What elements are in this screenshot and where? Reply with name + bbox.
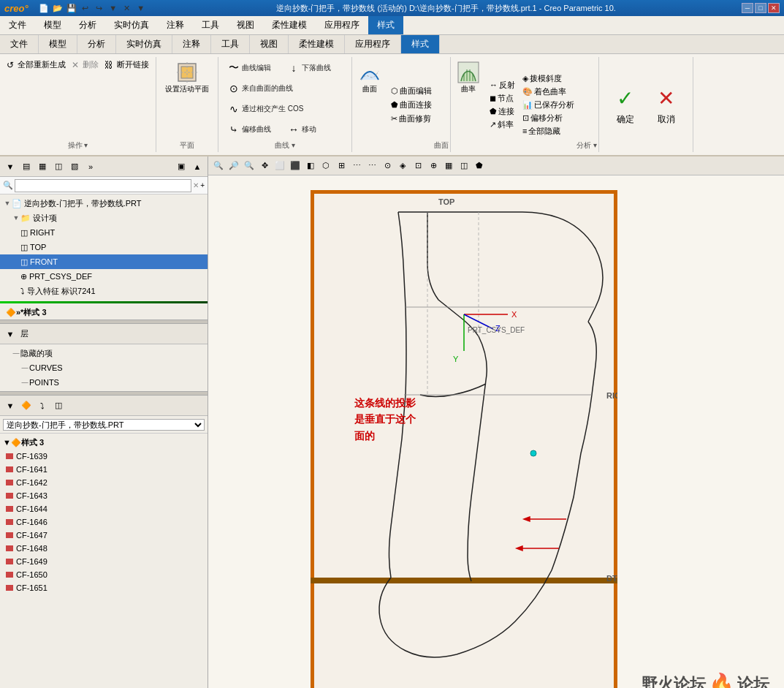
style-dropdown[interactable]: 逆向抄数-门把手，带抄数线.PRT bbox=[3, 419, 205, 431]
vp-settings3[interactable]: ⊡ bbox=[411, 159, 425, 173]
qa-extra[interactable]: ✕ bbox=[121, 1, 134, 15]
ribbon-tab-9[interactable]: 样式 bbox=[401, 35, 440, 53]
slt-collapse[interactable]: ▼ bbox=[3, 398, 18, 413]
qa-menu[interactable]: ▼ bbox=[107, 1, 120, 15]
qa-dropdown[interactable]: ▼ bbox=[134, 1, 148, 15]
tree-item-root[interactable]: ▼ 📄 逆向抄数-门把手，带抄数线.PRT bbox=[0, 196, 208, 211]
tree-item-import[interactable]: ⤵ 导入特征 标识7241 bbox=[0, 284, 208, 298]
ribbon-tab-7[interactable]: 柔性建模 bbox=[289, 35, 345, 53]
vp-zoom-out[interactable]: 🔍 bbox=[242, 159, 256, 173]
style-item-cf1649[interactable]: CF-1649 bbox=[0, 555, 208, 568]
qa-new[interactable]: 📄 bbox=[37, 1, 50, 15]
tb-grid[interactable]: ▣ bbox=[174, 159, 189, 174]
expand-curves-layer[interactable]: — bbox=[20, 363, 29, 372]
btn-curve-edit[interactable]: 〜 曲线编辑 bbox=[223, 58, 281, 78]
vp-settings5[interactable]: ▦ bbox=[441, 159, 456, 173]
ribbon-tab-8[interactable]: 应用程序 bbox=[345, 35, 401, 53]
btn-slope[interactable]: ↗ 斜率 bbox=[487, 118, 517, 131]
ribbon-tab-2[interactable]: 分析 bbox=[77, 35, 116, 53]
qa-save[interactable]: 💾 bbox=[65, 1, 78, 15]
tb-filter[interactable]: ▧ bbox=[67, 159, 82, 174]
menu-item-8[interactable]: 应用程序 bbox=[316, 16, 368, 34]
vp-settings2[interactable]: ◈ bbox=[395, 159, 410, 173]
btn-surface-connect[interactable]: ⬟ 曲面连接 bbox=[389, 99, 434, 111]
btn-unlink[interactable]: ⛓ 断开链接 bbox=[102, 58, 151, 71]
tree-item-right[interactable]: ◫ RIGHT bbox=[0, 225, 208, 240]
btn-surface-trim[interactable]: ✂ 曲面修剪 bbox=[389, 113, 434, 125]
tb-more1[interactable]: » bbox=[83, 159, 98, 174]
tree-style3-header[interactable]: 🔶 »*样式 3 bbox=[0, 305, 208, 320]
layer-item-hidden[interactable]: — 隐藏的项 bbox=[0, 346, 208, 360]
menu-item-9[interactable]: 样式 bbox=[368, 16, 403, 34]
style-item-cf1651[interactable]: CF-1651 bbox=[0, 581, 208, 594]
style-item-cf1639[interactable]: CF-1639 bbox=[0, 450, 208, 463]
search-add-icon[interactable]: + bbox=[200, 181, 205, 189]
style-item-cf1643[interactable]: CF-1643 bbox=[0, 489, 208, 502]
tb-list3[interactable]: ◫ bbox=[51, 159, 66, 174]
btn-drop-curve[interactable]: ↓ 下落曲线 bbox=[283, 58, 341, 78]
menu-item-1[interactable]: 模型 bbox=[35, 16, 70, 34]
menu-item-7[interactable]: 柔性建模 bbox=[263, 16, 316, 34]
btn-hide-all[interactable]: ≡ 全部隐藏 bbox=[520, 125, 576, 137]
vp-wireframe[interactable]: ⬡ bbox=[319, 159, 333, 173]
ribbon-tab-3[interactable]: 实时仿真 bbox=[116, 35, 172, 53]
ribbon-tab-4[interactable]: 注释 bbox=[172, 35, 211, 53]
expand-root[interactable]: ▼ bbox=[3, 199, 12, 208]
btn-draft-angle[interactable]: ◈ 拨模斜度 bbox=[520, 72, 576, 85]
btn-reflect[interactable]: ↔ 反射 bbox=[487, 79, 517, 91]
style-item-cf1647[interactable]: CF-1647 bbox=[0, 529, 208, 542]
btn-offset-curve[interactable]: ⤷ 偏移曲线 bbox=[223, 120, 281, 139]
ribbon-tab-5[interactable]: 工具 bbox=[211, 35, 250, 53]
menu-item-4[interactable]: 注释 bbox=[158, 16, 193, 34]
ribbon-tab-6[interactable]: 视图 bbox=[250, 35, 289, 53]
style-item-cf1648[interactable]: CF-1648 bbox=[0, 542, 208, 555]
tb-list2[interactable]: ▦ bbox=[35, 159, 50, 174]
expand-points[interactable]: — bbox=[20, 378, 29, 387]
btn-regenerate-all[interactable]: ↺ 全部重新生成 bbox=[4, 58, 68, 71]
vp-view1[interactable]: ⬜ bbox=[273, 159, 287, 173]
viewport[interactable]: 🔍 🔎 🔍 ✥ ⬜ ⬛ ◧ ⬡ ⊞ ⋯ ⋯ ⊙ ◈ ⊡ ⊕ ▦ ◫ ⬟ bbox=[208, 156, 784, 688]
vp-view2[interactable]: ⬛ bbox=[288, 159, 302, 173]
style-list-expand[interactable]: ▼ bbox=[3, 438, 11, 447]
style-item-cf1646[interactable]: CF-1646 bbox=[0, 515, 208, 529]
qa-redo[interactable]: ↪ bbox=[93, 1, 106, 15]
vp-settings1[interactable]: ⊙ bbox=[380, 159, 395, 173]
btn-cancel[interactable]: ✕ 取消 bbox=[646, 81, 687, 129]
slt-btn2[interactable]: ⤵ bbox=[35, 398, 50, 413]
search-input[interactable] bbox=[15, 179, 191, 192]
tree-item-csys[interactable]: ⊕ PRT_CSYS_DEF bbox=[0, 269, 208, 284]
close-button[interactable]: ✕ bbox=[768, 3, 780, 13]
menu-item-3[interactable]: 实时仿真 bbox=[105, 16, 158, 34]
vp-pan[interactable]: ✥ bbox=[257, 159, 272, 173]
tb-up[interactable]: ▲ bbox=[190, 159, 205, 174]
btn-delete[interactable]: ✕ 删除 bbox=[69, 58, 101, 71]
vp-orient[interactable]: ⊞ bbox=[334, 159, 349, 173]
btn-set-active-plane[interactable]: 设置活动平面 bbox=[161, 58, 213, 97]
style-item-cf1650[interactable]: CF-1650 bbox=[0, 568, 208, 581]
expand-hidden[interactable]: — bbox=[12, 349, 20, 358]
menu-item-6[interactable]: 视图 bbox=[228, 16, 263, 34]
tb-collapse[interactable]: ▼ bbox=[3, 159, 18, 174]
style-item-cf1644[interactable]: CF-1644 bbox=[0, 502, 208, 515]
btn-nodes[interactable]: ◼ 节点 bbox=[487, 92, 517, 105]
btn-ok[interactable]: ✓ 确定 bbox=[605, 81, 646, 129]
expand-design[interactable]: ▼ bbox=[12, 213, 20, 222]
maximize-button[interactable]: □ bbox=[755, 3, 766, 13]
vp-zoom-in[interactable]: 🔎 bbox=[227, 159, 241, 173]
btn-move[interactable]: ↔ 移动 bbox=[283, 120, 341, 139]
qa-open[interactable]: 📂 bbox=[51, 1, 64, 15]
slt-btn3[interactable]: ◫ bbox=[51, 398, 66, 413]
btn-connect-analysis[interactable]: ⬟ 连接 bbox=[487, 105, 517, 118]
layer-item-points[interactable]: — POINTS bbox=[0, 375, 208, 390]
btn-surface-edit[interactable]: ⬡ 曲面编辑 bbox=[389, 85, 434, 97]
menu-item-5[interactable]: 工具 bbox=[193, 16, 228, 34]
btn-curvature-main[interactable]: 曲率 bbox=[452, 58, 484, 97]
vp-settings7[interactable]: ⬟ bbox=[472, 159, 487, 173]
slt-btn1[interactable]: 🔶 bbox=[19, 398, 34, 413]
vp-shading[interactable]: ◧ bbox=[303, 159, 318, 173]
layer-collapse[interactable]: ▼ bbox=[3, 327, 18, 341]
style-item-cf1641[interactable]: CF-1641 bbox=[0, 463, 208, 476]
layer-item-curves[interactable]: — CURVES bbox=[0, 360, 208, 375]
tree-item-top[interactable]: ◫ TOP bbox=[0, 240, 208, 254]
vp-settings4[interactable]: ⊕ bbox=[426, 159, 441, 173]
